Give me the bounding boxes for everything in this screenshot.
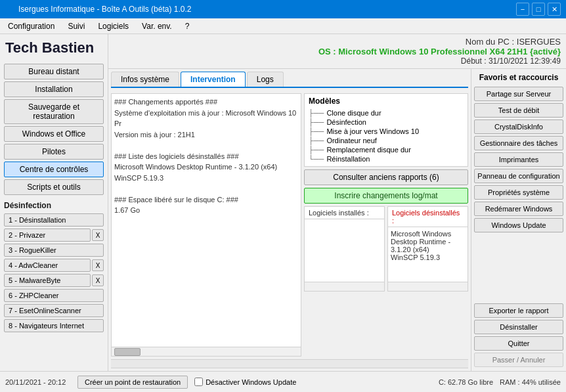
centre-controles-button[interactable]: Centre de contrôles — [4, 162, 104, 177]
desinstaller-button[interactable]: Désinstaller — [474, 320, 563, 334]
models-title: Modèles — [309, 97, 464, 106]
consulter-rapports-button[interactable]: Consulter anciens rapports (6) — [304, 169, 468, 185]
logiciels-installes-scrollbar[interactable] — [305, 282, 384, 291]
model-item-5[interactable]: ├── Remplacement disque dur — [309, 145, 464, 154]
exporter-rapport-button[interactable]: Exporter le rapport — [474, 303, 563, 318]
desinf-item-2: 2 - Privazer X — [4, 229, 104, 242]
desinfection-section-title: Désinfection — [4, 201, 104, 210]
logiciels-installes-header: Logiciels installés : — [305, 207, 384, 219]
windows-office-button[interactable]: Windows et Office — [4, 126, 104, 142]
desinf-x-btn-5[interactable]: X — [92, 274, 104, 286]
desinf-btn-3[interactable]: 3 - RogueKiller — [4, 244, 104, 257]
changes-text-area[interactable]: ### Changements apportés ### Système d'e… — [112, 94, 301, 347]
changes-scrollbar-h[interactable] — [112, 347, 301, 356]
center-wrapper: Nom du PC : ISERGUES OS : Microsoft Wind… — [108, 34, 566, 371]
menu-suivi[interactable]: Suivi — [64, 20, 89, 32]
crystaldiskinfo-button[interactable]: CrystalDiskInfo — [474, 120, 563, 134]
tree-icon-1: ├── — [309, 109, 324, 117]
test-debit-button[interactable]: Test de débit — [474, 103, 563, 118]
desinf-item-7: 7 - EsetOnlineScanner — [4, 304, 104, 317]
menu-varenv[interactable]: Var. env. — [138, 20, 176, 32]
desinf-item-8: 8 - Navigateurs Internet — [4, 319, 104, 332]
center-panel: Infos système Intervention Logs ### Chan… — [108, 69, 471, 371]
tree-icon-5: ├── — [309, 146, 324, 154]
restauration-button[interactable]: Créer un point de restauration — [77, 376, 188, 389]
model-item-4[interactable]: ├── Ordinateur neuf — [309, 136, 464, 145]
menu-logiciels[interactable]: Logiciels — [94, 20, 133, 32]
desinf-btn-4[interactable]: 4 - AdwCleaner — [4, 259, 91, 272]
menu-bar: Configuration Suivi Logiciels Var. env. … — [0, 18, 566, 34]
installation-button[interactable]: Installation — [4, 81, 104, 97]
imprimantes-button[interactable]: Imprimantes — [474, 152, 563, 167]
scripts-button[interactable]: Scripts et outils — [4, 179, 104, 195]
sauvegarde-button[interactable]: Sauvegarde et restauration — [4, 99, 104, 124]
right-sidebar-title: Favoris et raccourcis — [474, 73, 563, 82]
desinf-btn-6[interactable]: 6 - ZHPCleaner — [4, 289, 104, 302]
desinf-btn-8[interactable]: 8 - Navigateurs Internet — [4, 319, 104, 332]
logiciels-desinstalles-scrollbar[interactable] — [388, 282, 468, 291]
logiciels-desinstalles-content[interactable]: Microsoft Windows Desktop Runtime - 3.1.… — [388, 227, 468, 282]
windows-update-button[interactable]: Windows Update — [474, 218, 563, 232]
sidebar: Tech Bastien Bureau distant Installation… — [0, 34, 108, 371]
main-layout: Tech Bastien Bureau distant Installation… — [0, 34, 566, 371]
right-sidebar: Favoris et raccourcis Partage sur Serveu… — [471, 69, 566, 371]
model-label-5: Remplacement disque dur — [326, 146, 410, 154]
desinf-btn-7[interactable]: 7 - EsetOnlineScanner — [4, 304, 104, 317]
model-label-3: Mise à jour vers Windows 10 — [326, 127, 419, 135]
tab-logs[interactable]: Logs — [247, 72, 284, 87]
passer-annuler-button[interactable]: Passer / Annuler — [474, 353, 563, 367]
status-disk: C: 62.78 Go libre — [439, 378, 493, 386]
action-buttons: Consulter anciens rapports (6) Inscrire … — [304, 169, 468, 204]
model-item-6[interactable]: └── Réinstallation — [309, 154, 464, 163]
pilotes-button[interactable]: Pilotes — [4, 144, 104, 160]
bureau-distant-button[interactable]: Bureau distant — [4, 64, 104, 79]
tree-icon-2: ├── — [309, 118, 324, 126]
desinf-item-6: 6 - ZHPCleaner — [4, 289, 104, 302]
desinf-x-btn-4[interactable]: X — [92, 259, 104, 271]
desinf-x-btn-2[interactable]: X — [92, 229, 104, 241]
status-date: 20/11/2021 - 20:12 — [5, 378, 71, 386]
tab-infos-systeme[interactable]: Infos système — [111, 72, 179, 87]
changes-text: ### Changements apportés ### Système d'e… — [114, 97, 298, 216]
model-label-6: Réinstallation — [326, 155, 370, 163]
partage-serveur-button[interactable]: Partage sur Serveur — [474, 87, 563, 101]
model-label-1: Clone disque dur — [326, 109, 381, 117]
right-sidebar-spacer — [474, 234, 563, 299]
disable-update-area: Désactiver Windows Update — [194, 378, 296, 386]
panel-area: ### Changements apportés ### Système d'e… — [111, 93, 468, 357]
gestionnaire-taches-button[interactable]: Gestionnaire des tâches — [474, 136, 563, 150]
quitter-button[interactable]: Quitter — [474, 336, 563, 351]
logiciels-installes-content[interactable] — [305, 219, 384, 282]
desinf-btn-2[interactable]: 2 - Privazer — [4, 229, 91, 242]
close-button[interactable]: ✕ — [548, 3, 561, 16]
title-bar: Isergues Informatique - Boîte A Outils (… — [0, 0, 566, 18]
right-section: Modèles ├── Clone disque dur ├── Désinfe… — [304, 93, 468, 357]
model-item-2[interactable]: ├── Désinfection — [309, 118, 464, 127]
changes-panel: ### Changements apportés ### Système d'e… — [111, 93, 301, 357]
pc-name: Nom du PC : ISERGUES — [318, 37, 561, 47]
disable-update-checkbox[interactable] — [194, 378, 203, 386]
desinf-item-5: 5 - MalwareByte X — [4, 274, 104, 287]
minimize-button[interactable]: − — [516, 3, 529, 16]
date-info: Début : 31/10/2021 12:39:49 — [318, 56, 561, 66]
title-bar-left: Isergues Informatique - Boîte A Outils (… — [5, 5, 191, 14]
inscrire-changements-button[interactable]: Inscrire changements log/mat — [304, 188, 468, 204]
menu-configuration[interactable]: Configuration — [4, 20, 58, 32]
panneau-config-button[interactable]: Panneau de configuration — [474, 169, 563, 183]
redemarrer-windows-button[interactable]: Redémarer Windows — [474, 202, 563, 216]
app-icon — [5, 5, 14, 14]
menu-help[interactable]: ? — [181, 20, 194, 32]
title-bar-controls: − □ ✕ — [516, 3, 561, 16]
model-item-1[interactable]: ├── Clone disque dur — [309, 108, 464, 118]
desinf-btn-5[interactable]: 5 - MalwareByte — [4, 274, 91, 287]
model-item-3[interactable]: ├── Mise à jour vers Windows 10 — [309, 127, 464, 136]
desinf-item-1: 1 - Désinstallation — [4, 213, 104, 227]
logiciels-desinstalles-panel: Logiciels désinstallés : Microsoft Windo… — [387, 206, 468, 292]
maximize-button[interactable]: □ — [532, 3, 545, 16]
bottom-scrollbar[interactable] — [111, 359, 468, 368]
disable-update-label: Désactiver Windows Update — [206, 378, 296, 386]
tree-icon-3: ├── — [309, 127, 324, 135]
desinf-btn-1[interactable]: 1 - Désinstallation — [4, 213, 104, 227]
proprietes-systeme-button[interactable]: Propriétés système — [474, 185, 563, 200]
tab-intervention[interactable]: Intervention — [181, 72, 246, 87]
